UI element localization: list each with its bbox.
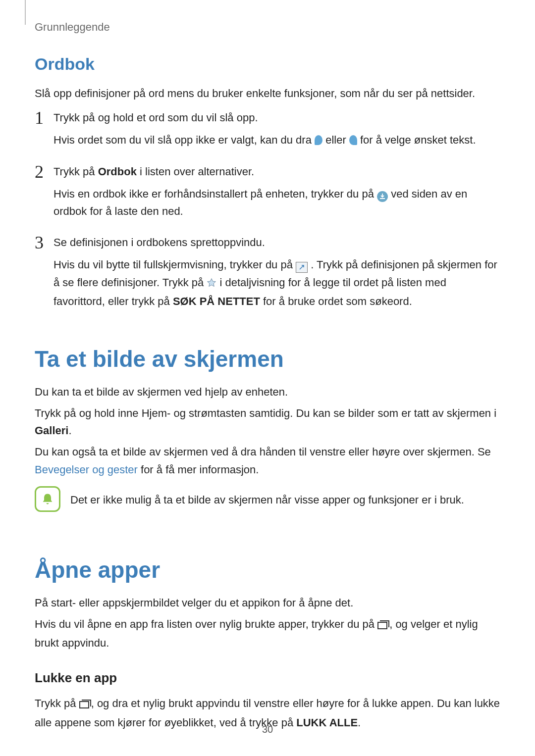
screenshot-p3: Du kan også ta et bilde av skjermen ved … bbox=[35, 443, 500, 478]
step-number: 3 bbox=[35, 234, 50, 252]
breadcrumb: Grunnleggende bbox=[35, 21, 500, 34]
text: Trykk på og hold inne Hjem- og strømtast… bbox=[35, 407, 496, 419]
text: i listen over alternativer. bbox=[137, 165, 254, 178]
text: Hvis du vil bytte til fullskjermvisning,… bbox=[54, 258, 296, 271]
svg-rect-0 bbox=[378, 622, 387, 629]
text: . bbox=[68, 424, 71, 437]
recent-apps-icon bbox=[79, 696, 91, 713]
text: Hvis en ordbok ikke er forhåndsinstaller… bbox=[54, 188, 377, 200]
ordbok-steps: 1 Trykk på og hold et ord som du vil slå… bbox=[35, 109, 500, 310]
step2-line2: Hvis en ordbok ikke er forhåndsinstaller… bbox=[54, 185, 500, 220]
link-text[interactable]: Bevegelser og gester bbox=[35, 463, 138, 476]
text: Hvis du vil åpne en app fra listen over … bbox=[35, 618, 377, 630]
step1-line2: Hvis ordet som du vil slå opp ikke er va… bbox=[54, 131, 500, 149]
text: for å bruke ordet som søkeord. bbox=[260, 295, 412, 307]
recent-apps-icon bbox=[377, 617, 389, 634]
note-bell-icon bbox=[35, 486, 60, 512]
text: for å velge ønsket tekst. bbox=[360, 134, 476, 146]
text: eller bbox=[325, 134, 349, 146]
openapps-p2: Hvis du vil åpne en app fra listen over … bbox=[35, 615, 500, 652]
heading-screenshot: Ta et bilde av skjermen bbox=[35, 346, 500, 372]
note-text: Det er ikke mulig å ta et bilde av skjer… bbox=[70, 486, 464, 508]
download-icon bbox=[377, 191, 388, 202]
step-2: 2 Trykk på Ordbok i listen over alternat… bbox=[35, 163, 500, 220]
selection-handle-right-icon bbox=[349, 135, 357, 145]
page-content: Grunnleggende Ordbok Slå opp definisjone… bbox=[0, 0, 535, 756]
step3-line1: Se definisjonen i ordbokens sprettoppvin… bbox=[54, 234, 500, 251]
heading-openapps: Åpne apper bbox=[35, 556, 500, 583]
ordbok-intro: Slå opp definisjoner på ord mens du bruk… bbox=[35, 85, 500, 102]
step3-line2: Hvis du vil bytte til fullskjermvisning,… bbox=[54, 256, 500, 310]
screenshot-p1: Du kan ta et bilde av skjermen ved hjelp… bbox=[35, 383, 500, 401]
step2-line1: Trykk på Ordbok i listen over alternativ… bbox=[54, 163, 500, 180]
openapps-p1: På start- eller appskjermbildet velger d… bbox=[35, 594, 500, 611]
bold-text: Galleri bbox=[35, 424, 68, 437]
text: Trykk på bbox=[54, 165, 98, 178]
svg-rect-1 bbox=[80, 702, 89, 708]
step-3: 3 Se definisjonen i ordbokens sprettoppv… bbox=[35, 234, 500, 310]
fullscreen-icon bbox=[296, 262, 308, 273]
heading-closeapp: Lukke en app bbox=[35, 670, 500, 686]
step-1: 1 Trykk på og hold et ord som du vil slå… bbox=[35, 109, 500, 149]
note-box: Det er ikke mulig å ta et bilde av skjer… bbox=[35, 486, 500, 512]
screenshot-p2: Trykk på og hold inne Hjem- og strømtast… bbox=[35, 404, 500, 439]
step-number: 1 bbox=[35, 109, 50, 128]
selection-handle-left-icon bbox=[315, 135, 322, 145]
text: for å få mer informasjon. bbox=[138, 463, 259, 476]
text: Hvis ordet som du vil slå opp ikke er va… bbox=[54, 134, 315, 146]
star-icon bbox=[207, 275, 216, 293]
bold-text: Ordbok bbox=[98, 165, 137, 178]
text: Trykk på bbox=[35, 697, 79, 709]
step1-line1: Trykk på og hold et ord som du vil slå o… bbox=[54, 109, 500, 126]
text: Du kan også ta et bilde av skjermen ved … bbox=[35, 446, 491, 458]
bold-text: SØK PÅ NETTET bbox=[173, 295, 260, 307]
step-number: 2 bbox=[35, 163, 50, 182]
heading-ordbok: Ordbok bbox=[35, 54, 500, 74]
page-rule bbox=[25, 0, 26, 25]
page-number: 30 bbox=[0, 724, 535, 735]
